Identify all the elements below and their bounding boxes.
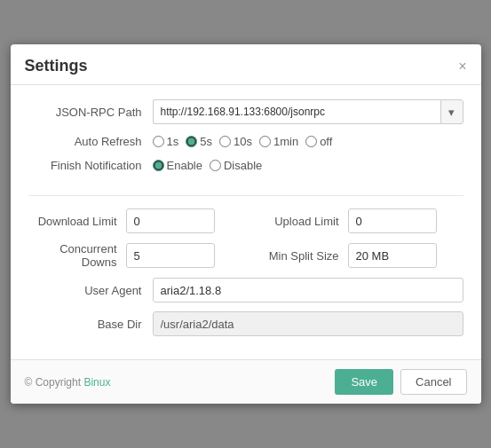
notification-enable-option[interactable]: Enable <box>153 159 202 172</box>
dialog-footer: © Copyright Binux Save Cancel <box>11 359 481 404</box>
min-split-size-label: Min Split Size <box>250 249 348 263</box>
auto-refresh-group: 1s 5s 10s 1min off <box>153 135 333 148</box>
user-agent-row: User Agent <box>28 278 463 303</box>
concurrent-downs-label: Concurrent Downs <box>28 242 126 269</box>
refresh-5s-option[interactable]: 5s <box>186 135 212 148</box>
dialog-body: JSON-RPC Path ▾ Auto Refresh 1s 5s <box>11 85 481 359</box>
upload-limit-row: Upload Limit <box>250 208 463 233</box>
copyright-text: © Copyright Binux <box>25 376 111 389</box>
base-dir-input[interactable] <box>153 311 463 336</box>
refresh-off-label: off <box>320 135 332 148</box>
refresh-1min-radio[interactable] <box>259 136 271 147</box>
notification-enable-label: Enable <box>167 159 202 172</box>
footer-buttons: Save Cancel <box>335 369 466 395</box>
copyright-label: © Copyright <box>25 376 82 389</box>
user-agent-label: User Agent <box>28 284 153 297</box>
limits-grid: Download Limit Upload Limit Concurrent D… <box>28 208 463 269</box>
min-split-size-row: Min Split Size <box>250 242 463 269</box>
brand-link[interactable]: Binux <box>83 376 110 389</box>
refresh-off-option[interactable]: off <box>305 135 332 148</box>
download-limit-label: Download Limit <box>28 215 126 228</box>
refresh-5s-radio[interactable] <box>186 136 197 147</box>
upload-limit-label: Upload Limit <box>250 215 348 228</box>
refresh-10s-radio[interactable] <box>219 136 231 147</box>
min-split-size-input[interactable] <box>348 243 437 268</box>
refresh-1min-option[interactable]: 1min <box>259 135 298 148</box>
cancel-button[interactable]: Cancel <box>400 369 466 395</box>
rpc-row: JSON-RPC Path ▾ <box>28 99 463 124</box>
concurrent-downs-row: Concurrent Downs <box>28 242 242 269</box>
upload-limit-input[interactable] <box>348 208 437 233</box>
notification-disable-radio[interactable] <box>210 160 221 171</box>
save-button[interactable]: Save <box>335 369 393 395</box>
notification-disable-option[interactable]: Disable <box>210 159 262 172</box>
download-limit-row: Download Limit <box>28 208 242 233</box>
rpc-select-wrapper: ▾ <box>153 99 463 124</box>
base-dir-label: Base Dir <box>28 318 153 331</box>
refresh-5s-label: 5s <box>200 135 212 148</box>
finish-notification-label: Finish Notification <box>28 159 153 172</box>
dialog-title: Settings <box>25 57 88 75</box>
download-limit-input[interactable] <box>126 208 215 233</box>
refresh-off-radio[interactable] <box>305 136 317 147</box>
rpc-label: JSON-RPC Path <box>28 106 153 119</box>
refresh-1s-radio[interactable] <box>153 136 164 147</box>
close-button[interactable]: × <box>458 59 466 74</box>
user-agent-input[interactable] <box>153 278 463 303</box>
rpc-input[interactable] <box>153 99 440 124</box>
notification-enable-radio[interactable] <box>153 160 164 171</box>
dialog-header: Settings × <box>11 44 481 85</box>
section-rpc: JSON-RPC Path ▾ Auto Refresh 1s 5s <box>28 99 463 196</box>
refresh-1s-label: 1s <box>167 135 179 148</box>
finish-notification-row: Finish Notification Enable Disable <box>28 159 463 172</box>
notification-disable-label: Disable <box>224 159 262 172</box>
refresh-1s-option[interactable]: 1s <box>153 135 179 148</box>
auto-refresh-label: Auto Refresh <box>28 135 153 148</box>
concurrent-downs-input[interactable] <box>126 243 215 268</box>
settings-dialog: Settings × JSON-RPC Path ▾ Auto Refresh … <box>11 44 481 404</box>
refresh-1min-label: 1min <box>273 135 298 148</box>
refresh-10s-option[interactable]: 10s <box>219 135 252 148</box>
refresh-10s-label: 10s <box>234 135 252 148</box>
auto-refresh-row: Auto Refresh 1s 5s 10s 1min <box>28 135 463 148</box>
rpc-dropdown-button[interactable]: ▾ <box>440 99 463 124</box>
base-dir-row: Base Dir <box>28 311 463 336</box>
finish-notification-group: Enable Disable <box>153 159 263 172</box>
